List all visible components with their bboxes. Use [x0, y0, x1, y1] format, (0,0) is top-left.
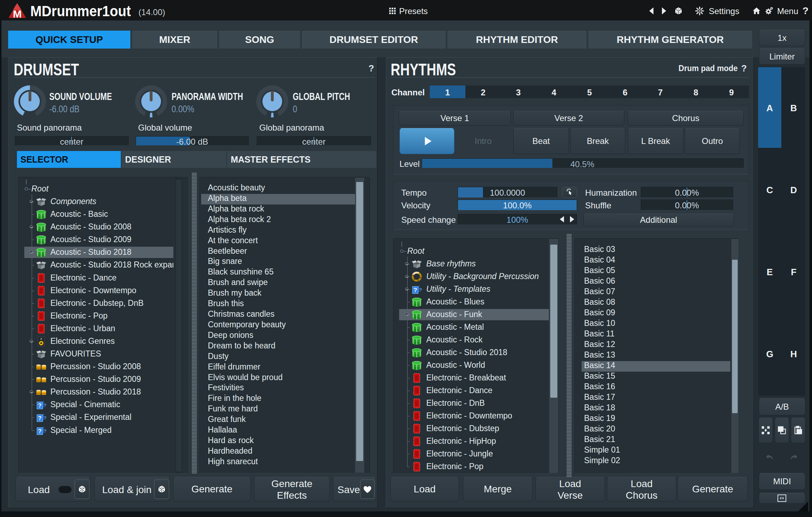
svg-text:?: ?	[44, 428, 47, 434]
svg-text:?: ?	[419, 287, 422, 292]
svg-text:?: ?	[44, 415, 47, 421]
svg-text:?: ?	[38, 402, 42, 409]
svg-text:?: ?	[38, 428, 42, 435]
svg-text:M: M	[13, 8, 22, 19]
svg-text:?: ?	[414, 287, 417, 294]
svg-text:?: ?	[38, 415, 42, 422]
svg-text:?: ?	[44, 403, 47, 408]
